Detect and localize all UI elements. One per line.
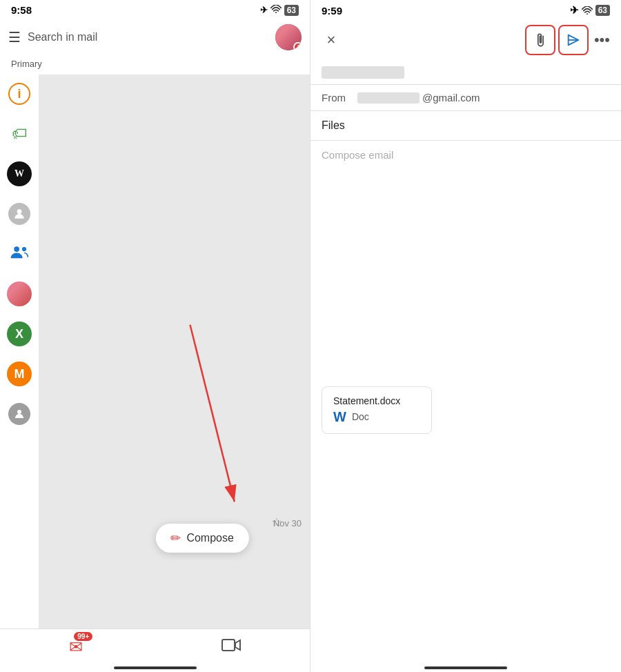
attachment-name: Statement.docx [333, 395, 420, 406]
info-icon: i [8, 83, 30, 105]
email-date: Nov 30 [273, 518, 302, 528]
sidebar-item-person[interactable] [6, 200, 33, 228]
video-nav-item[interactable] [221, 638, 241, 657]
from-email-username [357, 92, 420, 103]
from-email-domain: @gmail.com [422, 92, 480, 103]
pencil-icon: ✏ [170, 531, 181, 546]
svg-line-6 [190, 325, 234, 502]
wifi-icon-left [270, 5, 282, 15]
people-icon [10, 244, 29, 264]
person-gray-icon [8, 403, 30, 425]
status-icons-right: ✈ 63 [570, 4, 610, 17]
status-time-right: 9:59 [322, 5, 342, 17]
avatar-left[interactable]: ! [275, 24, 302, 50]
svg-point-2 [14, 246, 19, 252]
battery-icon-left: 63 [284, 5, 299, 16]
compose-email-placeholder: Compose email [322, 149, 393, 161]
compose-header: × ••• [310, 19, 621, 61]
email-thumbnail[interactable]: ✏ Compose ☆ Nov 30 [39, 75, 310, 629]
status-bar-left: 9:58 ✈ 63 [0, 0, 310, 19]
m-icon: M [7, 362, 32, 386]
sidebar-item-m[interactable]: M [6, 360, 33, 388]
sidebar-icons: i 🏷 W X [0, 75, 39, 629]
sidebar-item-person-gray[interactable] [6, 400, 33, 428]
send-button[interactable] [558, 25, 589, 55]
home-indicator-left [114, 666, 197, 669]
svg-point-4 [17, 410, 21, 414]
mail-badge: 99+ [74, 632, 92, 641]
left-panel: 9:58 ✈ 63 ☰ Search in mail ! Primary i 🏷 [0, 0, 310, 672]
status-time-left: 9:58 [11, 4, 32, 16]
video-icon [221, 638, 241, 657]
primary-label: Primary [0, 56, 310, 75]
battery-icon-right: 63 [595, 5, 610, 16]
right-panel: 9:59 ✈ 63 × ••• From @gmail.com [310, 0, 621, 672]
x-icon: X [7, 322, 32, 346]
search-bar[interactable]: ☰ Search in mail ! [0, 19, 310, 56]
sidebar-item-wp[interactable]: W [6, 160, 33, 188]
airplane-icon-left: ✈ [260, 5, 268, 15]
wifi-icon-right [582, 5, 593, 17]
bottom-nav: ✉ 99+ [0, 629, 310, 662]
to-placeholder [322, 66, 404, 79]
attachment-type: Doc [352, 411, 369, 422]
compose-label: Compose [186, 532, 233, 544]
svg-marker-8 [235, 640, 240, 650]
colored-avatar-icon [7, 281, 32, 306]
sidebar-item-x[interactable]: X [6, 320, 33, 348]
sidebar-item-tag[interactable]: 🏷 [6, 120, 33, 148]
email-list-area: i 🏷 W X [0, 75, 310, 629]
tag-icon: 🏷 [12, 125, 27, 143]
svg-rect-7 [222, 640, 235, 651]
avatar-error-badge: ! [293, 42, 302, 50]
from-email: @gmail.com [357, 92, 480, 103]
svg-point-3 [22, 247, 26, 251]
wp-icon: W [7, 161, 32, 186]
sidebar-item-people[interactable] [6, 240, 33, 268]
attach-button[interactable] [525, 25, 555, 55]
word-icon: W [333, 409, 346, 425]
sidebar-item-avatar-colored[interactable] [6, 280, 33, 308]
files-label: Files [322, 119, 345, 131]
status-icons-left: ✈ 63 [260, 5, 299, 16]
close-button[interactable]: × [319, 31, 344, 49]
hamburger-icon[interactable]: ☰ [8, 29, 21, 46]
person-icon [8, 203, 30, 225]
mail-nav-item[interactable]: ✉ 99+ [69, 638, 83, 657]
airplane-icon-right: ✈ [570, 4, 579, 17]
attachment-card[interactable]: Statement.docx W Doc [322, 386, 432, 434]
home-indicator-right [424, 666, 507, 669]
to-field[interactable] [310, 61, 621, 85]
status-bar-right: 9:59 ✈ 63 [310, 0, 621, 19]
compose-button[interactable]: ✏ Compose [155, 524, 248, 553]
svg-point-0 [275, 12, 277, 13]
compose-body[interactable]: Compose email [310, 141, 621, 375]
search-input[interactable]: Search in mail [28, 31, 268, 43]
spacer [310, 445, 621, 663]
more-button[interactable]: ••• [591, 31, 613, 49]
attachment-type-row: W Doc [333, 409, 420, 425]
header-actions: ••• [525, 25, 613, 55]
from-label: From [322, 92, 349, 103]
svg-point-9 [586, 13, 588, 14]
files-row: Files [310, 111, 621, 141]
sidebar-item-info[interactable]: i [6, 80, 33, 108]
mail-icon-container: ✉ 99+ [69, 638, 83, 657]
from-row: From @gmail.com [310, 85, 621, 111]
svg-point-1 [17, 209, 22, 214]
